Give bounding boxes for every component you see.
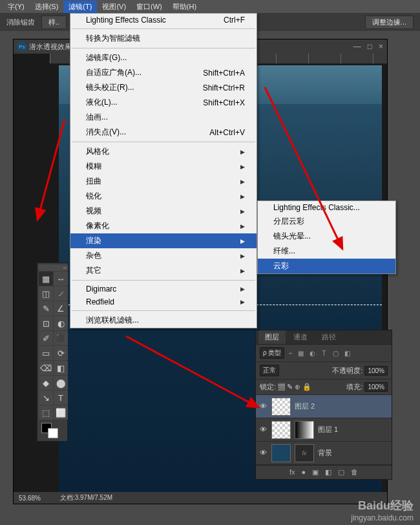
filter-icons[interactable]: ▦ ◐ T ▢ ◧ (297, 350, 352, 357)
fill-value[interactable]: 100% (364, 382, 388, 392)
lock-label: 锁定: (260, 383, 276, 391)
filter-noise[interactable]: 杂色▶ (70, 248, 257, 263)
filter-other[interactable]: 其它▶ (70, 263, 257, 278)
layer-thumb[interactable] (271, 444, 291, 462)
layer-mask-thumb[interactable] (295, 421, 314, 439)
style-button[interactable]: 样.. (41, 16, 67, 29)
menu-select[interactable]: 选择(S) (30, 1, 64, 13)
fx-icon[interactable]: fx (289, 468, 295, 477)
adj-icon[interactable]: ▣ (312, 468, 319, 477)
color-swatches[interactable] (39, 422, 68, 440)
filter-browse[interactable]: 浏览联机滤镜... (70, 313, 257, 328)
new-icon[interactable]: ▢ (338, 468, 344, 477)
filter-render[interactable]: 渲染▶ (70, 233, 257, 248)
shape-tool[interactable]: T (54, 391, 68, 405)
sub-lensflare[interactable]: 镜头光晕... (258, 229, 395, 244)
filter-liquify[interactable]: 液化(L)...Shift+Ctrl+X (70, 95, 257, 110)
mask-icon[interactable]: ● (301, 468, 306, 477)
sub-diffclouds[interactable]: 分层云彩 (258, 214, 395, 229)
filter-stylize[interactable]: 风格化▶ (70, 144, 257, 159)
close-button[interactable]: × (379, 42, 383, 51)
window-title: 潜水透视效果 (29, 42, 72, 52)
filter-lens[interactable]: 镜头校正(R)...Shift+Ctrl+R (70, 80, 257, 95)
filter-adjust-icon[interactable]: ◐ (308, 350, 317, 357)
blend-mode[interactable]: 正常 (260, 365, 279, 376)
eyedropper-tool[interactable]: ∠ (54, 301, 68, 316)
filter-adaptive[interactable]: 自适应广角(A)...Shift+Ctrl+A (70, 65, 257, 80)
toolbox-header[interactable]: ›› (39, 264, 68, 271)
menu-text[interactable]: 字(Y) (3, 1, 30, 13)
filter-distort[interactable]: 扭曲▶ (70, 174, 257, 189)
zoom-tool[interactable]: ⬜ (54, 405, 68, 420)
tab-layers[interactable]: 图层 (258, 330, 286, 344)
sub-lighting[interactable]: Lighting Effects Classic... (258, 201, 395, 214)
filter-vanishing[interactable]: 消失点(V)...Alt+Ctrl+V (70, 125, 257, 140)
menu-help[interactable]: 帮助(H) (167, 1, 202, 13)
pen-tool[interactable]: ◆ (39, 376, 53, 390)
gradient-tool[interactable]: ⟳ (54, 346, 68, 360)
menu-view[interactable]: 视图(V) (97, 1, 131, 13)
menu-filter[interactable]: 滤镜(T) (63, 1, 97, 13)
dodge-tool[interactable]: ◧ (54, 361, 68, 375)
zoom-level[interactable]: 53.68% (19, 495, 41, 502)
visibility-icon[interactable]: 👁 (258, 425, 268, 434)
sub-fibers[interactable]: 纤维... (258, 244, 395, 259)
toolbox: ›› ▦ ↔ ◫ ⟋ ✎ ∠ ⊡ ◐ ✐ ⬛ ▭ ⟳ ⌫ ◧ ◆ ⬤ ↘ T ⬚… (37, 262, 68, 442)
marquee-tool[interactable]: ▦ (39, 272, 53, 286)
menu-window[interactable]: 窗口(W) (131, 1, 167, 13)
filter-video[interactable]: 视频▶ (70, 204, 257, 219)
layer-item-1[interactable]: 👁 图层 1 (256, 418, 392, 442)
tab-channels[interactable]: 通道 (287, 330, 314, 344)
type-tool[interactable]: ⬤ (54, 376, 68, 390)
visibility-icon[interactable]: 👁 (258, 402, 268, 411)
opacity-value[interactable]: 100% (364, 366, 388, 376)
filter-blur[interactable]: 模糊▶ (70, 159, 257, 174)
crop-tool[interactable]: ✎ (39, 301, 53, 316)
stamp-tool[interactable]: ✐ (39, 331, 53, 345)
lasso-tool[interactable]: ◫ (39, 286, 53, 301)
layer-fx-thumb[interactable]: fx (295, 444, 314, 462)
eraser-tool[interactable]: ▭ (39, 346, 53, 360)
filter-pixel-icon[interactable]: ▦ (297, 350, 306, 357)
brush-tool[interactable]: ◐ (54, 316, 68, 330)
layer-item-2[interactable]: 👁 图层 2 (256, 395, 392, 418)
layer-name[interactable]: 图层 1 (318, 425, 338, 434)
filter-type-icon[interactable]: T (320, 350, 329, 357)
lock-icons[interactable]: ▦ ✎ ⊕ 🔒 (278, 383, 311, 391)
layer-name[interactable]: 图层 2 (295, 402, 315, 411)
filter-last[interactable]: Lighting Effects ClassicCtrl+F (70, 14, 257, 27)
layer-thumb[interactable] (271, 398, 291, 416)
filter-gallery[interactable]: 滤镜库(G)... (70, 50, 257, 65)
filter-digimarc[interactable]: Digimarc▶ (70, 283, 257, 295)
move-tool[interactable]: ↔ (54, 272, 68, 286)
visibility-icon[interactable]: 👁 (258, 449, 268, 458)
layer-thumb[interactable] (271, 421, 291, 439)
tab-paths[interactable]: 路径 (315, 330, 342, 344)
heal-tool[interactable]: ⊡ (39, 316, 53, 330)
filter-redfield[interactable]: Redfield▶ (70, 295, 257, 308)
filter-menu: Lighting Effects ClassicCtrl+F 转换为智能滤镜 滤… (70, 13, 257, 328)
filter-pixelate[interactable]: 像素化▶ (70, 219, 257, 233)
filter-smart[interactable]: 转换为智能滤镜 (70, 31, 257, 46)
sub-clouds[interactable]: 云彩 (258, 259, 395, 273)
maximize-button[interactable]: □ (368, 42, 372, 51)
trash-icon[interactable]: 🗑 (351, 468, 358, 477)
filter-smart-icon[interactable]: ◧ (343, 350, 352, 357)
wand-tool[interactable]: ⟋ (54, 286, 68, 301)
antialias-label: 消除锯齿 (6, 17, 35, 27)
filter-sharpen[interactable]: 锐化▶ (70, 189, 257, 204)
layer-name[interactable]: 背景 (318, 448, 332, 458)
layer-kind[interactable]: ρ 类型 (260, 347, 284, 359)
layer-item-bg[interactable]: 👁 fx 背景 (256, 442, 392, 465)
doc-size[interactable]: 文档:3.97M/7.52M (60, 493, 112, 502)
history-brush-tool[interactable]: ⬛ (54, 331, 68, 345)
filter-oil[interactable]: 油画... (70, 110, 257, 125)
group-icon[interactable]: ◧ (325, 468, 331, 477)
blur-tool[interactable]: ⌫ (39, 361, 53, 375)
minimize-button[interactable]: — (353, 42, 361, 51)
hand-tool[interactable]: ⬚ (39, 405, 53, 420)
refine-edge-button[interactable]: 调整边缘... (365, 16, 414, 29)
bg-color[interactable] (48, 428, 58, 438)
filter-shape-icon[interactable]: ▢ (331, 350, 341, 357)
path-tool[interactable]: ↘ (39, 391, 53, 405)
